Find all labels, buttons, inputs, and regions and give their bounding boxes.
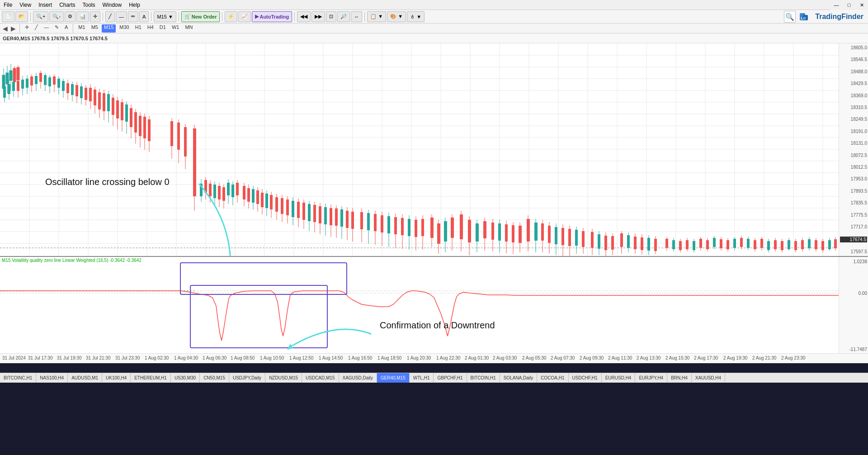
symbol-tab-usdcad_m15[interactable]: USDCAD,M15 — [302, 373, 339, 383]
oscillator-annotation: Oscillator line crossing below 0 — [45, 177, 170, 187]
fit-zoom[interactable]: ↔ — [351, 11, 362, 22]
svg-rect-226 — [468, 220, 471, 242]
menu-insert[interactable]: Insert — [35, 1, 56, 9]
symbol-tab-ethereum_h1[interactable]: ETHEREUM,H1 — [131, 373, 171, 383]
svg-rect-114 — [125, 104, 128, 122]
template-btn[interactable]: 📋 ▼ — [367, 11, 386, 22]
freehand-tool[interactable]: ✎ — [52, 24, 61, 33]
svg-rect-276 — [647, 238, 650, 251]
period-btn-h1[interactable]: H1 — [133, 24, 144, 33]
hline-draw-tool[interactable]: — — [42, 24, 51, 33]
symbol-tab-nzdusd_m15[interactable]: NZDUSD,M15 — [265, 373, 302, 383]
zoom-sel[interactable]: 🔎 — [337, 11, 350, 22]
line-draw-tool[interactable]: ╱ — [33, 24, 40, 33]
menu-view[interactable]: View — [16, 1, 35, 9]
colorscheme-btn[interactable]: 🎨 ▼ — [387, 11, 406, 22]
svg-rect-108 — [112, 98, 114, 115]
autotrading-button[interactable]: ▶ AutoTrading — [252, 11, 292, 22]
symbol-tab-cocoa_h1[interactable]: COCOA,H1 — [537, 373, 568, 383]
symbol-tab-us30_m30[interactable]: US30,M30 — [171, 373, 200, 383]
svg-rect-240 — [519, 226, 522, 243]
symbol-tab-brn_h4[interactable]: BRN,H4 — [667, 373, 692, 383]
symbol-tab-ger40_m15[interactable]: GER40,M15 — [377, 373, 410, 383]
maximize-button[interactable]: □ — [843, 0, 855, 10]
new-chart-button[interactable]: 📄 — [2, 11, 14, 22]
svg-rect-222 — [451, 218, 454, 238]
toolbar-separator-3 — [151, 12, 151, 21]
svg-rect-164 — [270, 195, 273, 209]
svg-rect-204 — [387, 216, 390, 233]
menu-charts[interactable]: Charts — [56, 1, 79, 9]
new-order-button[interactable]: 🛒 New Order — [181, 11, 220, 22]
strategy-btn[interactable]: 📈 — [238, 11, 251, 22]
menu-file[interactable]: File — [0, 1, 16, 9]
properties-button[interactable]: ⚙ — [65, 11, 75, 22]
svg-rect-172 — [292, 201, 294, 217]
scroll-forward-button[interactable]: ▶ — [10, 25, 17, 32]
zoom-out-button[interactable]: 🔍- — [49, 11, 64, 22]
text-draw-tool[interactable]: A — [62, 24, 70, 33]
period-btn-h4[interactable]: H4 — [145, 24, 156, 33]
open-button[interactable]: 📂 — [15, 11, 28, 22]
svg-rect-128 — [177, 123, 180, 150]
fit-chart[interactable]: ⊡ — [326, 11, 336, 22]
symbol-tab-usdjpy_daily[interactable]: USDJPY,Daily — [229, 373, 265, 383]
symbol-tab-cn50_m15[interactable]: CN50,M15 — [200, 373, 229, 383]
minimize-button[interactable]: — — [830, 0, 843, 10]
period-btn-d1[interactable]: D1 — [157, 24, 168, 33]
symbol-tab-eurusd_h4[interactable]: EURUSD,H4 — [602, 373, 636, 383]
time-24: 2 Aug 17:30 — [694, 355, 718, 360]
indicator-button[interactable]: 📊 — [76, 11, 89, 22]
menu-help[interactable]: Help — [125, 1, 144, 9]
symbol-tab-uk100_h4[interactable]: UK100,H4 — [102, 373, 131, 383]
symbol-tab-bitcoinc_h1[interactable]: BITCOINC,H1 — [0, 373, 36, 383]
period-select[interactable]: M15 ▼ — [154, 11, 176, 22]
hline-tool[interactable]: — — [116, 11, 127, 22]
scroll-right[interactable]: ▶▶ — [311, 11, 325, 22]
crosshair-tool[interactable]: ✛ — [23, 24, 31, 33]
symbol-tab-nas100_h4[interactable]: NAS100,H4 — [36, 373, 68, 383]
menu-tools[interactable]: Tools — [79, 1, 99, 9]
line-tool[interactable]: ╱ — [105, 11, 115, 22]
price-18249: 18249.5 — [840, 117, 867, 122]
svg-rect-302 — [740, 238, 743, 247]
period-btn-m1[interactable]: M1 — [76, 24, 87, 33]
svg-rect-236 — [505, 224, 508, 242]
window-controls: — □ ✕ — [830, 0, 868, 10]
symbol-tab-solana_daily[interactable]: SOLANA,Daily — [500, 373, 538, 383]
symbol-tab-eurjpy_h4[interactable]: EURJPY,H4 — [635, 373, 667, 383]
scroll-left[interactable]: ◀◀ — [297, 11, 311, 22]
text-tool[interactable]: A — [139, 11, 149, 22]
svg-rect-250 — [555, 227, 557, 244]
period-btn-m30[interactable]: M30 — [117, 24, 131, 33]
symbol-tab-usdchf_h1[interactable]: USDCHF,H1 — [569, 373, 602, 383]
autotrading-icon: ▶ — [255, 14, 259, 19]
crosshair-button[interactable]: ✛ — [90, 11, 100, 22]
algo-tools[interactable]: ⚡ — [225, 11, 237, 22]
time-9: 1 Aug 10:50 — [260, 355, 284, 360]
time-2: 31 Jul 19:30 — [57, 355, 82, 360]
search-button[interactable]: 🔍 — [784, 11, 796, 23]
symbol-tab-xauusd_h4[interactable]: XAUUSD,H4 — [692, 373, 725, 383]
period-btn-mn[interactable]: MN — [183, 24, 195, 33]
time-5: 1 Aug 02:30 — [145, 355, 169, 360]
main-chart[interactable]: 18605.0 18546.5 18488.0 18429.5 18369.0 … — [0, 43, 868, 256]
period-btn-w1[interactable]: W1 — [170, 24, 182, 33]
symbol-tab-bitcoin_h1[interactable]: BITCOIN,H1 — [467, 373, 500, 383]
scroll-back-button[interactable]: ◀ — [2, 25, 9, 32]
symbol-tab-audusd_m1[interactable]: AUDUSD,M1 — [68, 373, 102, 383]
svg-rect-192 — [346, 211, 349, 228]
symbol-tab-gbpchf_h1[interactable]: GBPCHF,H1 — [434, 373, 467, 383]
symbol-tab-xagusd_daily[interactable]: XAGUSD,Daily — [339, 373, 377, 383]
oscillator-panel[interactable]: M15 Volatility quality zero line Linear … — [0, 256, 868, 353]
period-btn-m15[interactable]: M15 — [102, 24, 116, 33]
pencil-tool[interactable]: ✏ — [128, 11, 138, 22]
close-button[interactable]: ✕ — [855, 0, 868, 10]
time-14: 1 Aug 20:30 — [407, 355, 431, 360]
symbol-tab-wtl_h1[interactable]: WTL,H1 — [410, 373, 434, 383]
indicator-label: M15 Volatility quality zero line Linear … — [2, 258, 142, 263]
chart-type-btn[interactable]: 🕯 ▼ — [407, 11, 425, 22]
period-btn-m5[interactable]: M5 — [89, 24, 100, 33]
zoom-in-button[interactable]: 🔍+ — [33, 11, 48, 22]
menu-window[interactable]: Window — [99, 1, 126, 9]
